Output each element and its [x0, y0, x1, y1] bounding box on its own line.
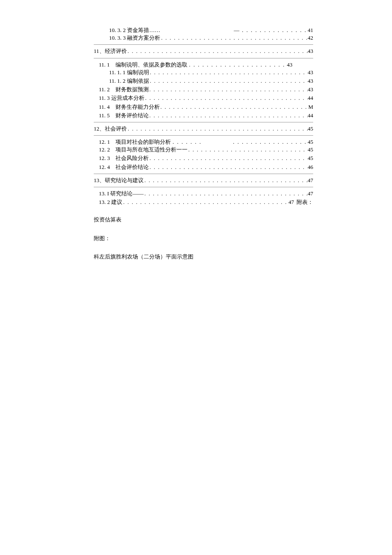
divider — [94, 122, 313, 122]
toc-label: 11、经济评价 — [94, 47, 127, 55]
toc-page: 41 — [308, 26, 313, 34]
toc-page: 45 — [308, 125, 313, 133]
toc-trailing: 附表： — [297, 198, 313, 206]
toc-dots — [144, 177, 308, 184]
toc-container: 10. 3. 2 资金筹措…… — . . . . . . . . . . . … — [0, 26, 392, 262]
toc-page: 46 — [308, 163, 313, 171]
toc-dots — [149, 77, 308, 85]
toc-label: 11. 1 编制说明、依据及参数的选取 — [99, 61, 187, 69]
toc-label: 11. 4 财务生存能力分析 — [99, 103, 160, 111]
appendix-line-2: 附图： — [94, 233, 313, 243]
toc-dots: . . . . . . . — [171, 138, 203, 146]
toc-label: 10. 3. 3 融资方案分析 — [109, 34, 160, 42]
toc-page: M — [308, 103, 313, 111]
toc-label: 12. 4 社会评价结论 — [99, 163, 149, 171]
toc-label: 13. I 研究结论—— — [99, 190, 144, 198]
toc-entry-13-2: 13. 2 建议 47 附表： — [99, 198, 313, 206]
divider — [94, 44, 313, 45]
toc-dots: . . . . . . . . . . . . . . . — [241, 26, 308, 34]
toc-page: 43 — [308, 69, 313, 76]
toc-dots — [149, 163, 308, 171]
toc-dots — [122, 198, 288, 206]
toc-dots — [160, 34, 308, 42]
toc-entry-11-1-2: 11. 1. 2 编制依据 43 — [109, 77, 313, 85]
toc-entry-12-3: 12. 3 社会风险分析 45 — [99, 154, 313, 162]
toc-label: 13. 2 建议 — [99, 198, 122, 206]
toc-entry-11-1: 11. 1 编制说明、依据及参数的选取 . . . . . . . . . . … — [99, 61, 313, 69]
toc-page: 44 — [308, 112, 313, 119]
toc-dots — [144, 94, 308, 102]
toc-page: 45 — [308, 138, 313, 146]
divider — [94, 174, 313, 174]
toc-label: 11. 3 运营成本分析 — [99, 94, 144, 102]
toc-entry-11-2: 11. 2 财务数据预测 43 — [99, 86, 313, 93]
divider — [94, 135, 313, 136]
toc-entry-12: 12、社会评价 45 — [94, 125, 313, 133]
toc-label: 11. 1. 1 编制说明 — [109, 69, 149, 76]
toc-label: 13、研究结论与建议 — [94, 177, 144, 184]
divider — [94, 58, 313, 58]
toc-label: 12. 3 社会风险分析 — [99, 154, 149, 162]
toc-label: 11. 1. 2 编制依据 — [109, 77, 149, 85]
toc-label: 12. 2 项目与所在地互适性分析一一 — [99, 146, 187, 154]
appendix-line-3: 科左后旗胜利农场（二分场）平面示意图 — [94, 252, 313, 262]
toc-entry-11: 11、经济评价 43 — [94, 47, 313, 55]
toc-entry-12-2: 12. 2 项目与所在地互适性分析一一 45 — [99, 146, 313, 154]
toc-dots: . . . . . . . . . . . . . . . . . — [232, 138, 308, 146]
appendix-line-1: 投资估算表 — [94, 215, 313, 224]
toc-page: 45 — [308, 154, 313, 162]
toc-dots — [149, 112, 308, 119]
toc-entry-11-5: 11. 5 财务评价结论 44 — [99, 112, 313, 119]
toc-dots: . . . . . . . . . . . . . . . . . . . . … — [187, 61, 287, 69]
toc-dots — [144, 190, 308, 198]
toc-dots — [187, 146, 308, 154]
toc-entry-11-3: 11. 3 运营成本分析 44 — [99, 94, 313, 102]
toc-dots — [127, 47, 308, 55]
toc-page: 47 — [308, 177, 313, 184]
toc-entry-10-3-2: 10. 3. 2 资金筹措…… — . . . . . . . . . . . … — [109, 26, 313, 34]
divider — [94, 187, 313, 187]
toc-page: 43 — [308, 47, 313, 55]
toc-label: 10. 3. 2 资金筹措…… — [109, 26, 160, 34]
toc-entry-12-4: 12. 4 社会评价结论 46 — [99, 163, 313, 171]
toc-entry-13-1: 13. I 研究结论—— 47 — [99, 190, 313, 198]
toc-entry-11-1-1: 11. 1. 1 编制说明 43 — [109, 69, 313, 76]
toc-entry-10-3-3: 10. 3. 3 融资方案分析 42 — [109, 34, 313, 42]
toc-dots — [149, 154, 308, 162]
toc-entry-12-1: 12. 1 项目对社会的影响分析 . . . . . . . . . . . .… — [99, 138, 313, 146]
toc-entry-11-4: 11. 4 财务生存能力分析 M — [99, 103, 313, 111]
toc-page: 47 — [308, 190, 313, 198]
toc-page: 43 — [287, 61, 292, 69]
toc-dash: — — [234, 26, 239, 34]
toc-label: 12、社会评价 — [94, 125, 127, 133]
toc-page: 45 — [308, 146, 313, 154]
toc-entry-13: 13、研究结论与建议 47 — [94, 177, 313, 184]
toc-label: 12. 1 项目对社会的影响分析 — [99, 138, 171, 146]
toc-dots — [160, 103, 308, 111]
toc-dots — [149, 86, 308, 93]
toc-label: 11. 2 财务数据预测 — [99, 86, 149, 93]
toc-page: 42 — [308, 34, 313, 42]
toc-page: 44 — [308, 94, 313, 102]
toc-page: 43 — [308, 77, 313, 85]
toc-page: 47 — [288, 198, 294, 206]
toc-dots — [149, 69, 308, 76]
toc-page: 43 — [308, 86, 313, 93]
toc-dots — [127, 125, 308, 133]
toc-label: 11. 5 财务评价结论 — [99, 112, 149, 119]
